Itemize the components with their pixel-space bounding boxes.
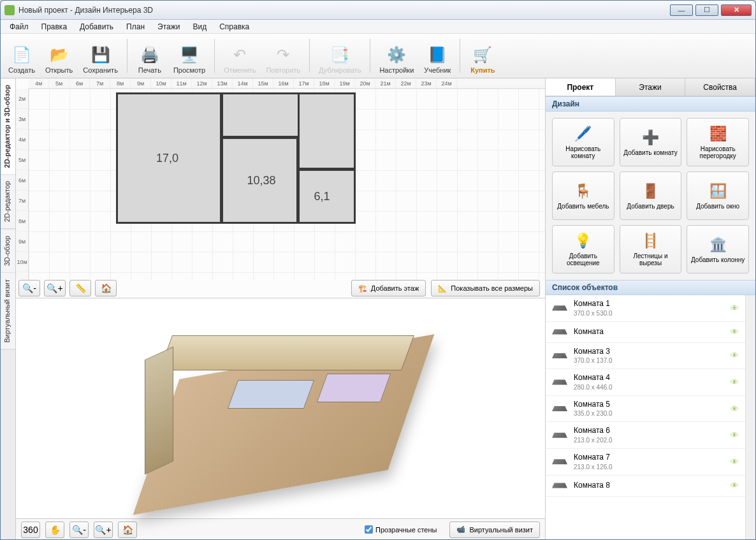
- tool-icon: 🪑: [574, 182, 592, 200]
- new-icon: 📄: [11, 45, 32, 65]
- tool-card-1[interactable]: ➕Добавить комнату: [620, 118, 682, 166]
- preview-icon: 🖥️: [179, 45, 200, 65]
- visibility-icon[interactable]: 👁: [731, 430, 739, 440]
- add-floor-button[interactable]: 🏗️Добавить этаж: [351, 280, 426, 296]
- tool-card-4[interactable]: 🚪Добавить дверь: [620, 171, 682, 220]
- menu-3[interactable]: План: [120, 20, 151, 33]
- toolbar-label: Создать: [8, 66, 35, 74]
- vtab-3[interactable]: Виртуальный визит: [1, 273, 15, 350]
- toolbar-preview-button[interactable]: 🖥️Просмотр: [170, 36, 209, 75]
- toolbar-open-button[interactable]: 📂Открыть: [41, 36, 76, 75]
- object-item-2[interactable]: Комната 3370.0 x 137.0👁: [546, 343, 745, 370]
- home-3d-button[interactable]: 🏠: [118, 522, 137, 538]
- left-vertical-tabs: 2D-редактор и 3D-обзор2D-редактор3D-обзо…: [1, 78, 16, 540]
- transparent-walls-checkbox[interactable]: Прозрачные стены: [365, 525, 437, 534]
- virtual-visit-button[interactable]: 📹Виртуальный визит: [449, 522, 540, 538]
- ruler-horizontal: 4м5м6м7м8м9м10м11м12м13м14м15м16м17м18м1…: [29, 78, 545, 89]
- house-3d-model[interactable]: [143, 329, 418, 495]
- vtab-2[interactable]: 3D-обзор: [1, 230, 15, 273]
- room-1[interactable]: 10,38: [223, 139, 296, 222]
- room-4[interactable]: [300, 94, 354, 168]
- objects-scrollbar[interactable]: [745, 295, 755, 540]
- tool-icon: 🖊️: [574, 125, 592, 143]
- object-item-7[interactable]: Комната 8👁: [546, 476, 745, 497]
- tool-icon: 🪜: [641, 232, 659, 250]
- open-icon: 📂: [49, 45, 69, 65]
- objects-section-header: Список объектов: [546, 280, 755, 295]
- ruler-vertical: 2м3м4м5м6м7м8м9м10м: [16, 89, 29, 280]
- zoom-in-button[interactable]: 🔍+: [44, 280, 66, 296]
- home-view-button[interactable]: 🏠: [95, 280, 117, 296]
- visibility-icon[interactable]: 👁: [731, 457, 739, 467]
- rotate360-button[interactable]: 360: [21, 522, 40, 538]
- object-item-5[interactable]: Комната 6213.0 x 202.0👁: [546, 422, 745, 449]
- right-tab-1[interactable]: Этажи: [616, 78, 686, 96]
- tool-icon: 🏛️: [709, 236, 727, 254]
- toolbar-print-button[interactable]: 🖨️Печать: [133, 36, 167, 75]
- toolbar-label: Сохранить: [83, 66, 118, 74]
- toolbar-buy-button[interactable]: 🛒Купить: [465, 36, 500, 75]
- tool-icon: 🧱: [709, 125, 727, 143]
- room-icon: [552, 402, 567, 415]
- tool-card-5[interactable]: 🪟Добавить окно: [687, 171, 749, 220]
- menu-5[interactable]: Вид: [186, 20, 213, 33]
- room-2[interactable]: 6,1: [300, 171, 354, 222]
- minimize-button[interactable]: —: [670, 4, 693, 16]
- visibility-icon[interactable]: 👁: [731, 327, 739, 337]
- menubar: ФайлПравкаДобавитьПланЭтажиВидСправка: [1, 20, 755, 34]
- measure-button[interactable]: 📏: [69, 280, 91, 296]
- toolbar-label: Купить: [470, 66, 495, 74]
- 2d-plan-area[interactable]: 4м5м6м7м8м9м10м11м12м13м14м15м16м17м18м1…: [16, 78, 545, 298]
- visibility-icon[interactable]: 👁: [731, 481, 739, 490]
- menu-0[interactable]: Файл: [3, 20, 35, 33]
- objects-list[interactable]: Комната 1370.0 x 530.0👁Комната👁Комната 3…: [546, 295, 745, 540]
- dup-icon: 📑: [330, 45, 350, 65]
- maximize-button[interactable]: ☐: [695, 4, 718, 16]
- toolbar-save-button[interactable]: 💾Сохранить: [79, 36, 122, 75]
- toolbar-new-button[interactable]: 📄Создать: [4, 36, 39, 75]
- toolbar-help-button[interactable]: 📘Учебник: [420, 36, 454, 75]
- tool-card-6[interactable]: 💡Добавить освещение: [552, 225, 614, 274]
- vtab-0[interactable]: 2D-редактор и 3D-обзор: [1, 78, 15, 175]
- right-tab-2[interactable]: Свойства: [685, 78, 755, 96]
- save-icon: 💾: [91, 45, 111, 65]
- zoom-in-3d-button[interactable]: 🔍+: [94, 522, 113, 538]
- tool-card-3[interactable]: 🪑Добавить мебель: [552, 171, 614, 220]
- visibility-icon[interactable]: 👁: [731, 303, 739, 313]
- right-tab-0[interactable]: Проект: [546, 78, 616, 96]
- tool-card-7[interactable]: 🪜Лестницы и вырезы: [620, 225, 682, 274]
- tool-card-0[interactable]: 🖊️Нарисовать комнату: [552, 118, 614, 166]
- menu-1[interactable]: Правка: [35, 20, 74, 33]
- object-item-4[interactable]: Комната 5335.0 x 230.0👁: [546, 396, 745, 423]
- zoom-out-button[interactable]: 🔍-: [18, 280, 40, 296]
- menu-2[interactable]: Добавить: [73, 20, 120, 33]
- zoom-out-3d-button[interactable]: 🔍-: [69, 522, 89, 538]
- tool-card-2[interactable]: 🧱Нарисовать перегородку: [687, 118, 749, 166]
- room-icon: [552, 455, 567, 468]
- object-item-3[interactable]: Комната 4280.0 x 446.0👁: [546, 369, 745, 396]
- toolbar-label: Отменить: [224, 66, 256, 74]
- menu-4[interactable]: Этажи: [151, 20, 186, 33]
- object-item-0[interactable]: Комната 1370.0 x 530.0👁: [546, 295, 745, 322]
- room-icon: [552, 349, 567, 362]
- room-icon: [552, 429, 567, 442]
- toolbar-settings-button[interactable]: ⚙️Настройки: [375, 36, 418, 75]
- object-item-6[interactable]: Комната 7213.0 x 126.0👁: [546, 449, 745, 476]
- tool-icon: 💡: [574, 232, 592, 250]
- toolbar-label: Просмотр: [173, 66, 205, 74]
- app-icon: [4, 5, 15, 15]
- pan-button[interactable]: ✋: [45, 522, 64, 538]
- 3d-toolbar: 360 ✋ 🔍- 🔍+ 🏠 Прозрачные стены 📹Виртуаль…: [16, 518, 545, 540]
- close-button[interactable]: ✕: [721, 4, 752, 16]
- visibility-icon[interactable]: 👁: [731, 351, 739, 360]
- object-item-1[interactable]: Комната👁: [546, 322, 745, 343]
- 3d-view-area[interactable]: [16, 298, 545, 518]
- menu-6[interactable]: Справка: [213, 20, 256, 33]
- visibility-icon[interactable]: 👁: [731, 377, 739, 387]
- toolbar-redo-button: ↷Повторить: [262, 36, 304, 75]
- tool-card-8[interactable]: 🏛️Добавить колонну: [687, 225, 749, 274]
- visibility-icon[interactable]: 👁: [731, 404, 739, 414]
- room-0[interactable]: 17,0: [118, 94, 220, 222]
- show-dimensions-button[interactable]: 📐Показывать все размеры: [431, 280, 540, 296]
- vtab-1[interactable]: 2D-редактор: [1, 175, 15, 229]
